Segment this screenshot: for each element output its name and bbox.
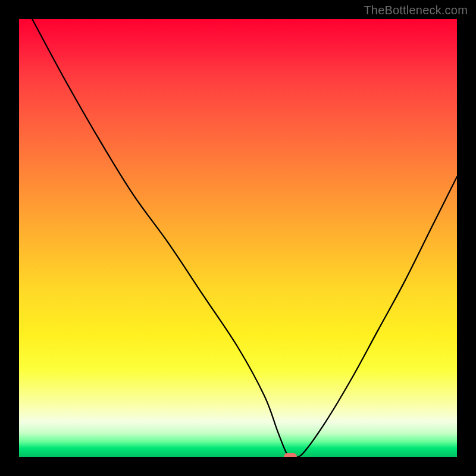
- chart-frame: TheBottleneck.com: [0, 0, 476, 476]
- optimal-point-marker: [284, 453, 297, 457]
- watermark-text: TheBottleneck.com: [364, 4, 468, 17]
- plot-area: [19, 19, 457, 457]
- background-gradient: [19, 19, 457, 457]
